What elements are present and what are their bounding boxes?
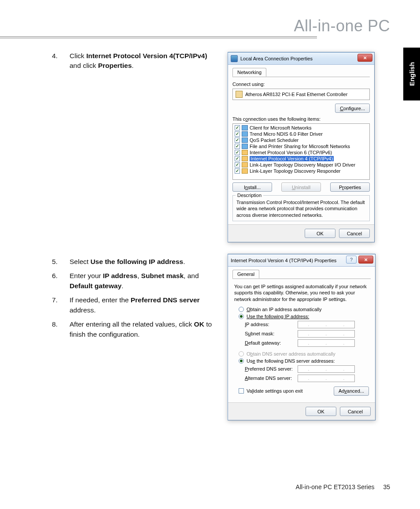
radio-icon[interactable] bbox=[239, 314, 244, 319]
list-item[interactable]: Link-Layer Topology Discovery Mapper I/O… bbox=[233, 162, 369, 168]
close-button[interactable]: ✕ bbox=[358, 256, 373, 264]
radio-use-following-ip[interactable]: Use the following IP address: bbox=[239, 314, 369, 319]
tab-networking[interactable]: Networking bbox=[232, 68, 266, 77]
instruction-step-4: 4. Click Internet Protocol Version 4(TCP… bbox=[52, 51, 219, 75]
radio-icon bbox=[239, 351, 244, 357]
preferred-dns-input[interactable]: ... bbox=[298, 365, 355, 373]
checkbox-icon[interactable] bbox=[235, 162, 240, 167]
checkbox-icon[interactable] bbox=[235, 168, 240, 174]
list-item[interactable]: Trend Micro NDIS 6.0 Filter Driver bbox=[233, 131, 369, 137]
tab-general[interactable]: General bbox=[232, 270, 259, 279]
properties-button[interactable]: Properties bbox=[330, 182, 370, 192]
subnet-mask-field: Subnet mask: ... bbox=[245, 330, 369, 338]
adapter-name: Atheros AR8132 PCI-E Fast Ethernet Contr… bbox=[245, 92, 347, 97]
checkbox-icon[interactable] bbox=[235, 137, 240, 143]
advanced-button[interactable]: Advanced... bbox=[334, 386, 369, 396]
checkbox-icon[interactable] bbox=[235, 144, 240, 149]
radio-icon[interactable] bbox=[239, 358, 244, 364]
list-item-selected[interactable]: Internet Protocol Version 4 (TCP/IPv4) bbox=[233, 156, 369, 162]
validate-checkbox-row[interactable]: Validate settings upon exit bbox=[239, 388, 303, 394]
protocol-icon bbox=[242, 156, 248, 161]
protocol-icon bbox=[242, 162, 248, 167]
page-number: 35 bbox=[383, 483, 390, 490]
cancel-button[interactable]: Cancel bbox=[340, 407, 371, 416]
default-gateway-field: Default gateway: ... bbox=[245, 339, 369, 347]
description-text: Transmission Control Protocol/Internet P… bbox=[236, 199, 366, 218]
uninstall-button: Uninstall bbox=[281, 182, 321, 192]
service-icon bbox=[242, 144, 248, 149]
checkbox-icon[interactable] bbox=[239, 388, 244, 394]
checkbox-icon[interactable] bbox=[235, 131, 240, 137]
adapter-icon bbox=[236, 91, 243, 98]
adapter-field[interactable]: Atheros AR8132 PCI-E Fast Ethernet Contr… bbox=[232, 89, 370, 100]
page-footer: All-in-one PC ET2013 Series 35 bbox=[296, 483, 390, 490]
radio-icon[interactable] bbox=[239, 307, 244, 312]
list-item[interactable]: Link-Layer Topology Discovery Responder bbox=[233, 168, 369, 174]
titlebar[interactable]: Internet Protocol Version 4 (TCP/IPv4) P… bbox=[228, 254, 375, 267]
header-rule bbox=[0, 37, 317, 39]
cancel-button[interactable]: Cancel bbox=[339, 229, 370, 238]
titlebar[interactable]: Local Area Connection Properties ✕ bbox=[228, 52, 374, 65]
configure-button[interactable]: Configure... bbox=[335, 104, 370, 113]
brand-title: All-in-one PC bbox=[294, 17, 390, 35]
language-tab: English bbox=[403, 48, 420, 100]
help-button[interactable]: ? bbox=[346, 256, 357, 264]
alternate-dns-input[interactable]: ... bbox=[298, 375, 355, 382]
checkbox-icon[interactable] bbox=[235, 150, 240, 155]
ok-button[interactable]: OK bbox=[305, 229, 335, 238]
list-item[interactable]: File and Printer Sharing for Microsoft N… bbox=[233, 143, 369, 149]
list-item[interactable]: Internet Protocol Version 6 (TCP/IPv6) bbox=[233, 149, 369, 156]
list-item[interactable]: Client for Microsoft Networks bbox=[233, 125, 369, 131]
network-icon bbox=[231, 55, 238, 62]
items-label: This connection uses the following items… bbox=[232, 116, 370, 122]
connection-items-list[interactable]: Client for Microsoft Networks Trend Micr… bbox=[232, 123, 370, 180]
ip-address-input[interactable]: ... bbox=[298, 321, 355, 328]
tab-strip: General bbox=[232, 269, 371, 279]
default-gateway-input[interactable]: ... bbox=[298, 339, 355, 347]
checkbox-icon[interactable] bbox=[235, 125, 240, 130]
instruction-steps-5-8: 5. Select Use the following IP address. … bbox=[52, 257, 219, 344]
close-button[interactable]: ✕ bbox=[357, 54, 372, 62]
radio-obtain-ip-auto[interactable]: Obtain an IP address automatically bbox=[239, 307, 369, 312]
client-icon bbox=[242, 125, 248, 130]
description-group: Description Transmission Control Protoco… bbox=[232, 195, 370, 221]
service-icon bbox=[242, 131, 248, 137]
description-legend: Description bbox=[236, 193, 263, 198]
list-item[interactable]: QoS Packet Scheduler bbox=[233, 137, 369, 143]
install-button[interactable]: Install... bbox=[232, 182, 272, 192]
preferred-dns-field: Preferred DNS server: ... bbox=[245, 365, 369, 373]
dialog-title: Local Area Connection Properties bbox=[240, 56, 313, 61]
ok-button[interactable]: OK bbox=[306, 407, 336, 416]
service-icon bbox=[242, 137, 248, 143]
alternate-dns-field: Alternate DNS server: ... bbox=[245, 375, 369, 382]
ipv4-description: You can get IP settings assigned automat… bbox=[234, 283, 369, 302]
radio-use-following-dns[interactable]: Use the following DNS server addresses: bbox=[239, 358, 369, 364]
connect-using-label: Connect using: bbox=[232, 82, 370, 87]
protocol-icon bbox=[242, 150, 248, 155]
protocol-icon bbox=[242, 168, 248, 174]
subnet-mask-input[interactable]: ... bbox=[298, 330, 355, 338]
ip-address-field: IP address: ... bbox=[245, 321, 369, 328]
checkbox-icon[interactable] bbox=[235, 156, 240, 161]
tab-strip: Networking bbox=[232, 67, 370, 77]
radio-obtain-dns-auto: Obtain DNS server address automatically bbox=[239, 351, 369, 357]
ipv4-properties-dialog: Internet Protocol Version 4 (TCP/IPv4) P… bbox=[228, 254, 376, 420]
dialog-title: Internet Protocol Version 4 (TCP/IPv4) P… bbox=[231, 258, 336, 263]
footer-product: All-in-one PC ET2013 Series bbox=[296, 483, 375, 490]
local-area-connection-properties-dialog: Local Area Connection Properties ✕ Netwo… bbox=[228, 52, 375, 242]
